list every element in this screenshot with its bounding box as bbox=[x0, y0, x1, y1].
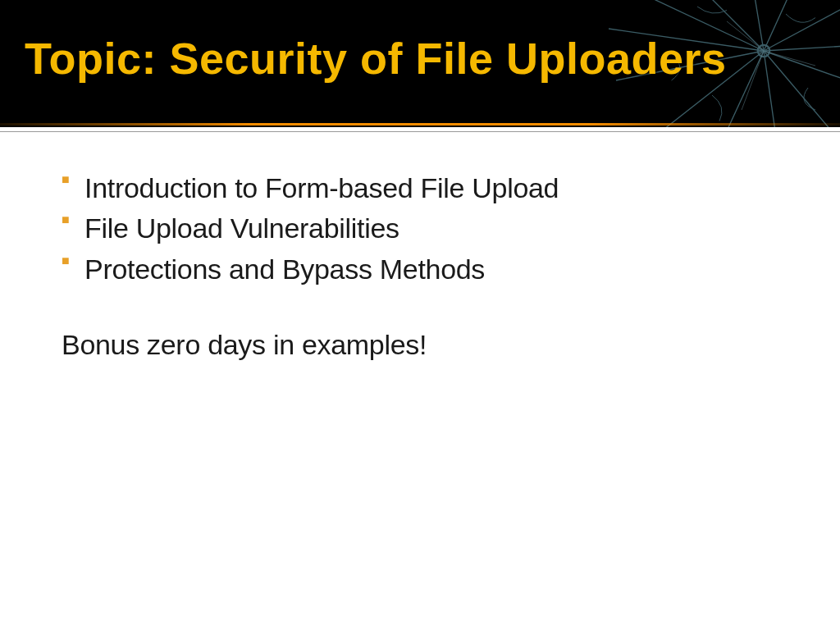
header-accent-line bbox=[0, 123, 840, 126]
slide-title: Topic: Security of File Uploaders bbox=[25, 33, 727, 84]
svg-line-8 bbox=[764, 51, 840, 127]
slide-content: Introduction to Form-based File Upload F… bbox=[0, 127, 840, 361]
slide-header: Topic: Security of File Uploaders bbox=[0, 0, 840, 127]
bullet-item: File Upload Vulnerabilities bbox=[62, 208, 778, 249]
bullet-list: Introduction to Form-based File Upload F… bbox=[62, 168, 778, 290]
bullet-item: Introduction to Form-based File Upload bbox=[62, 168, 778, 208]
header-divider bbox=[0, 131, 840, 132]
svg-line-15 bbox=[764, 51, 815, 66]
bonus-text: Bonus zero days in examples! bbox=[62, 329, 778, 361]
svg-line-4 bbox=[764, 0, 801, 51]
bullet-item: Protections and Bypass Methods bbox=[62, 249, 778, 290]
svg-line-7 bbox=[764, 51, 840, 95]
svg-line-9 bbox=[764, 51, 778, 127]
